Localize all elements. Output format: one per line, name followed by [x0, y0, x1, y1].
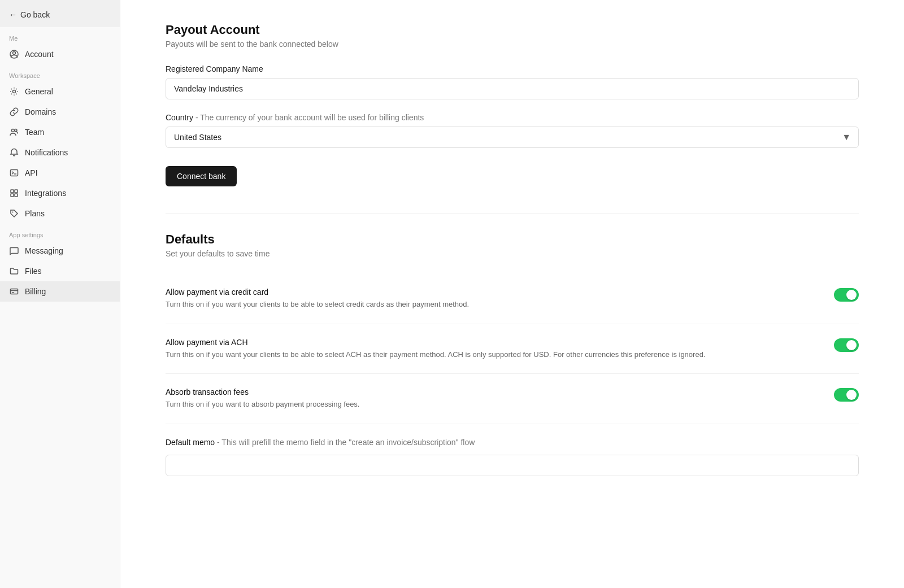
toggle-ach[interactable]	[834, 338, 859, 352]
main-content: Payout Account Payouts will be sent to t…	[120, 0, 904, 588]
users-icon	[9, 127, 19, 137]
company-name-field-group: Registered Company Name	[166, 64, 859, 99]
tag-icon	[9, 208, 19, 219]
toggle-slider-absorb-fees	[834, 388, 859, 402]
sidebar-item-account[interactable]: Account	[0, 44, 120, 64]
sidebar-item-notifications-label: Notifications	[25, 148, 68, 157]
sidebar-item-account-label: Account	[25, 50, 54, 59]
country-label-note: - The currency of your bank account will…	[195, 113, 424, 122]
svg-point-4	[15, 129, 17, 132]
settings-icon	[9, 86, 19, 97]
section-divider	[166, 214, 859, 214]
default-memo-input[interactable]	[166, 455, 859, 476]
svg-point-3	[12, 129, 15, 132]
sidebar-item-files-label: Files	[25, 267, 42, 276]
toggle-title-credit-card: Allow payment via credit card	[166, 288, 811, 297]
default-memo-section: Default memo - This will prefill the mem…	[166, 424, 859, 476]
toggle-text-absorb-fees: Absorb transaction fees Turn this on if …	[166, 387, 834, 410]
sidebar-item-files[interactable]: Files	[0, 261, 120, 281]
sidebar-section-label-me: Me	[0, 27, 120, 44]
sidebar-section-workspace: Workspace General Domains	[0, 64, 120, 224]
sidebar-item-domains-label: Domains	[25, 107, 56, 116]
go-back-button[interactable]: ← Go back	[0, 0, 120, 27]
svg-rect-8	[11, 194, 14, 197]
svg-rect-9	[15, 194, 18, 197]
sidebar-item-api[interactable]: API	[0, 163, 120, 183]
default-memo-label: Default memo - This will prefill the mem…	[166, 438, 859, 447]
defaults-section: Defaults Set your defaults to save time …	[166, 232, 859, 476]
country-field-group: Country - The currency of your bank acco…	[166, 113, 859, 148]
svg-rect-5	[11, 170, 18, 176]
sidebar-item-billing[interactable]: Billing	[0, 281, 120, 302]
folder-icon	[9, 266, 19, 276]
go-back-label: Go back	[20, 10, 50, 19]
svg-point-1	[13, 52, 16, 55]
toggle-text-ach: Allow payment via ACH Turn this on if yo…	[166, 338, 834, 360]
sidebar-item-plans-label: Plans	[25, 209, 45, 218]
toggle-desc-credit-card: Turn this on if you want your clients to…	[166, 299, 811, 310]
svg-rect-11	[11, 289, 18, 294]
sidebar-item-general-label: General	[25, 87, 53, 96]
payout-account-section: Payout Account Payouts will be sent to t…	[166, 23, 859, 186]
toggle-text-credit-card: Allow payment via credit card Turn this …	[166, 288, 834, 310]
company-name-label: Registered Company Name	[166, 64, 859, 73]
billing-icon	[9, 286, 19, 297]
sidebar-item-messaging[interactable]: Messaging	[0, 241, 120, 261]
svg-rect-6	[11, 190, 14, 193]
toggle-desc-ach: Turn this on if you want your clients to…	[166, 349, 811, 360]
sidebar-item-integrations-label: Integrations	[25, 189, 66, 198]
sidebar-section-me: Me Account	[0, 27, 120, 64]
sidebar-item-general[interactable]: General	[0, 81, 120, 102]
bell-icon	[9, 147, 19, 158]
payout-account-subtitle: Payouts will be sent to the bank connect…	[166, 40, 859, 49]
svg-point-2	[13, 90, 16, 93]
sidebar-section-label-app-settings: App settings	[0, 224, 120, 241]
svg-point-10	[12, 212, 14, 213]
toggle-row-credit-card: Allow payment via credit card Turn this …	[166, 274, 859, 324]
sidebar-item-integrations[interactable]: Integrations	[0, 183, 120, 203]
country-label: Country - The currency of your bank acco…	[166, 113, 859, 122]
sidebar-item-messaging-label: Messaging	[25, 246, 63, 255]
svg-rect-7	[15, 190, 18, 193]
sidebar-item-plans[interactable]: Plans	[0, 203, 120, 224]
payout-account-title: Payout Account	[166, 23, 859, 37]
country-select[interactable]: United States United Kingdom Canada Aust…	[166, 127, 859, 148]
sidebar: ← Go back Me Account Workspace	[0, 0, 120, 588]
toggle-title-ach: Allow payment via ACH	[166, 338, 811, 347]
company-name-input[interactable]	[166, 78, 859, 99]
toggle-title-absorb-fees: Absorb transaction fees	[166, 387, 811, 397]
sidebar-section-label-workspace: Workspace	[0, 64, 120, 81]
toggle-absorb-fees[interactable]	[834, 388, 859, 402]
sidebar-item-domains[interactable]: Domains	[0, 102, 120, 122]
country-label-text: Country	[166, 113, 193, 122]
defaults-title: Defaults	[166, 232, 859, 247]
sidebar-item-notifications[interactable]: Notifications	[0, 142, 120, 163]
toggle-desc-absorb-fees: Turn this on if you want to absorb payme…	[166, 399, 811, 410]
toggle-row-absorb-fees: Absorb transaction fees Turn this on if …	[166, 374, 859, 424]
defaults-subtitle: Set your defaults to save time	[166, 249, 859, 258]
toggle-credit-card[interactable]	[834, 288, 859, 302]
sidebar-item-team[interactable]: Team	[0, 122, 120, 142]
sidebar-item-team-label: Team	[25, 128, 44, 137]
back-arrow-icon: ←	[9, 10, 17, 19]
sidebar-item-billing-label: Billing	[25, 287, 46, 296]
toggle-slider-ach	[834, 338, 859, 352]
link-icon	[9, 107, 19, 117]
country-select-wrapper: United States United Kingdom Canada Aust…	[166, 127, 859, 148]
connect-bank-button[interactable]: Connect bank	[166, 166, 237, 186]
terminal-icon	[9, 168, 19, 178]
toggle-slider-credit-card	[834, 288, 859, 302]
user-circle-icon	[9, 49, 19, 59]
sidebar-item-api-label: API	[25, 168, 38, 177]
default-memo-note: - This will prefill the memo field in th…	[217, 438, 475, 447]
toggle-row-ach: Allow payment via ACH Turn this on if yo…	[166, 324, 859, 374]
message-icon	[9, 246, 19, 256]
grid-icon	[9, 188, 19, 198]
sidebar-section-app-settings: App settings Messaging Files	[0, 224, 120, 302]
